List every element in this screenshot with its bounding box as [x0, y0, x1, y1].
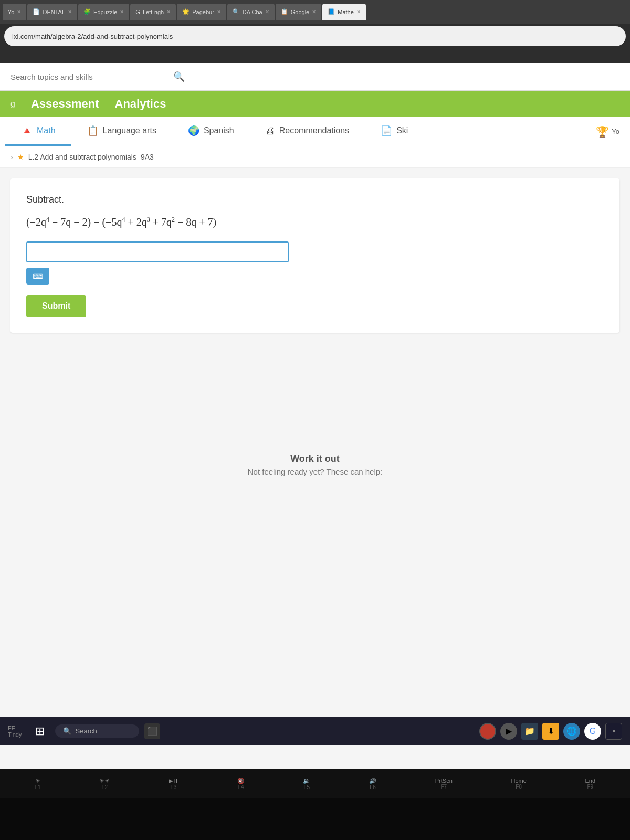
taskbar-icon-extra[interactable]: ▪ — [605, 723, 622, 740]
work-it-out-title: Work it out — [16, 454, 614, 465]
star-icon: ★ — [17, 153, 24, 161]
tab-icon: 📘 — [328, 8, 335, 15]
search-input[interactable] — [10, 72, 168, 81]
fn-key-f9: End F9 — [585, 778, 596, 790]
fn-icon: ▶⏸ — [169, 778, 178, 784]
tab-icon: G — [135, 9, 140, 15]
tab-label: Yo — [8, 9, 14, 15]
answer-input[interactable] — [26, 242, 289, 262]
close-icon[interactable]: ✕ — [68, 9, 72, 15]
tab-ski-label: Ski — [396, 126, 408, 135]
tab-dacha[interactable]: 🔍 DA Cha ✕ — [227, 4, 275, 20]
tab-label: DA Cha — [243, 9, 262, 15]
search-icon: 🔍 — [173, 71, 185, 82]
taskbar-search-icon: 🔍 — [63, 727, 71, 735]
fn-icon: ☀ — [35, 778, 41, 784]
tab-google[interactable]: 📋 Google ✕ — [276, 4, 321, 20]
header-page-label: g — [10, 99, 15, 109]
taskbar-icon-browser[interactable]: 🌐 — [563, 723, 580, 740]
tab-label: Left-righ — [143, 9, 164, 15]
files-icon: ⬛ — [147, 726, 158, 736]
browser-chrome: Yo ✕ 📄 DENTAL ✕ 🧩 Edpuzzle ✕ G Left-righ… — [0, 0, 630, 63]
tab-mathe[interactable]: 📘 Mathe ✕ — [322, 4, 366, 20]
math-expression: (−2q4 − 7q − 2) − (−5q4 + 2q3 + 7q2 − 8q… — [26, 216, 604, 228]
tab-bar: Yo ✕ 📄 DENTAL ✕ 🧩 Edpuzzle ✕ G Left-righ… — [0, 0, 630, 24]
math-keyboard-button[interactable]: ⌨ — [26, 268, 49, 285]
tab-label: Google — [291, 9, 309, 15]
tab-recommendations[interactable]: 🖨 Recommendations — [250, 118, 365, 146]
fn-bar: ☀ F1 ☀☀ F2 ▶⏸ F3 🔇 F4 🔉 F5 🔊 F6 PrtScn F… — [0, 769, 630, 798]
tab-ski[interactable]: 📄 Ski — [365, 117, 424, 146]
tab-language-arts[interactable]: 📋 Language arts — [71, 117, 172, 146]
taskbar-icon-circle[interactable] — [479, 723, 496, 740]
tab-label: Edpuzzle — [93, 9, 117, 15]
breadcrumb-text: L.2 Add and subtract polynomials — [28, 153, 136, 161]
tab-math-label: Math — [37, 126, 56, 135]
tab-spanish-label: Spanish — [204, 126, 234, 135]
address-bar[interactable]: ixl.com/math/algebra-2/add-and-subtract-… — [4, 26, 626, 46]
close-icon[interactable]: ✕ — [356, 9, 361, 15]
close-icon[interactable]: ✕ — [120, 9, 124, 15]
taskbar-icon-folder[interactable]: 📁 — [521, 723, 538, 740]
spanish-icon: 🌍 — [188, 125, 200, 136]
taskbar-system-label: FF Tindy — [8, 725, 22, 738]
close-icon[interactable]: ✕ — [265, 9, 269, 15]
folder-icon: 📁 — [524, 726, 535, 736]
fn-key-f3: ▶⏸ F3 — [169, 778, 178, 790]
browser-icon: 🌐 — [566, 726, 577, 736]
breadcrumb: › ★ L.2 Add and subtract polynomials 9A3 — [0, 146, 630, 168]
tab-yo[interactable]: Yo ✕ — [3, 4, 26, 20]
fn-key-f7: PrtScn F7 — [435, 778, 453, 790]
taskbar-icon-download[interactable]: ⬇ — [542, 723, 559, 740]
ski-icon: 📄 — [381, 125, 392, 136]
tab-leftright[interactable]: G Left-righ ✕ — [130, 4, 176, 20]
trophy-icon: 🏆 — [596, 125, 609, 138]
header-assessment[interactable]: Assessment — [31, 97, 99, 111]
tab-edpuzzle[interactable]: 🧩 Edpuzzle ✕ — [78, 4, 129, 20]
tab-language-arts-label: Language arts — [103, 126, 156, 135]
main-content: 🔍 g Assessment Analytics 🔺 Math 📋 Langua… — [0, 63, 630, 798]
close-icon[interactable]: ✕ — [17, 9, 21, 15]
breadcrumb-code: 9A3 — [141, 153, 154, 161]
tab-icon: 📄 — [33, 8, 40, 15]
fn-key-f8: Home F8 — [511, 778, 526, 790]
bottom-dark-area — [0, 798, 630, 840]
tab-math[interactable]: 🔺 Math — [5, 117, 71, 146]
yo-label: Yo — [612, 128, 620, 135]
tab-spanish[interactable]: 🌍 Spanish — [172, 117, 250, 146]
fn-key-f1: ☀ F1 — [35, 778, 41, 790]
taskbar-files-button[interactable]: ⬛ — [144, 723, 160, 739]
fn-icon: ☀☀ — [99, 778, 110, 784]
taskbar-icon-google[interactable]: G — [584, 723, 601, 740]
taskbar: FF Tindy ⊞ 🔍 Search ⬛ ▶ 📁 ⬇ 🌐 G ▪ — [0, 717, 630, 746]
tab-pagebur[interactable]: 🌟 Pagebur ✕ — [177, 4, 226, 20]
start-button[interactable]: ⊞ — [30, 722, 50, 741]
tab-icon: 📋 — [281, 8, 288, 15]
close-icon[interactable]: ✕ — [166, 9, 171, 15]
tab-label: Mathe — [338, 9, 354, 15]
nav-tabs: 🔺 Math 📋 Language arts 🌍 Spanish 🖨 Recom… — [0, 117, 630, 146]
google-icon: G — [590, 727, 596, 736]
fn-key-f5: 🔉 F5 — [303, 778, 310, 790]
close-icon[interactable]: ✕ — [312, 9, 316, 15]
taskbar-search-box[interactable]: 🔍 Search — [55, 724, 139, 738]
fn-icon: End — [585, 778, 596, 784]
download-icon: ⬇ — [548, 726, 554, 736]
taskbar-search-label: Search — [76, 727, 97, 735]
fn-key-f2: ☀☀ F2 — [99, 778, 110, 790]
taskbar-icon-media[interactable]: ▶ — [500, 723, 517, 740]
fn-key-f4: 🔇 F4 — [237, 778, 245, 790]
close-icon[interactable]: ✕ — [217, 9, 221, 15]
fn-icon: 🔊 — [369, 778, 376, 784]
fn-icon: Home — [511, 778, 526, 784]
submit-button[interactable]: Submit — [26, 295, 86, 317]
media-icon: ▶ — [506, 726, 512, 736]
tab-icon: 🧩 — [83, 8, 91, 15]
extra-icon: ▪ — [612, 727, 615, 736]
header-analytics[interactable]: Analytics — [115, 97, 166, 111]
work-it-out-subtitle: Not feeling ready yet? These can help: — [16, 467, 614, 476]
tab-label: DENTAL — [43, 9, 65, 15]
taskbar-system-icons: ▶ 📁 ⬇ 🌐 G ▪ — [479, 723, 622, 740]
green-header: g Assessment Analytics — [0, 91, 630, 117]
tab-dental[interactable]: 📄 DENTAL ✕ — [27, 4, 77, 20]
